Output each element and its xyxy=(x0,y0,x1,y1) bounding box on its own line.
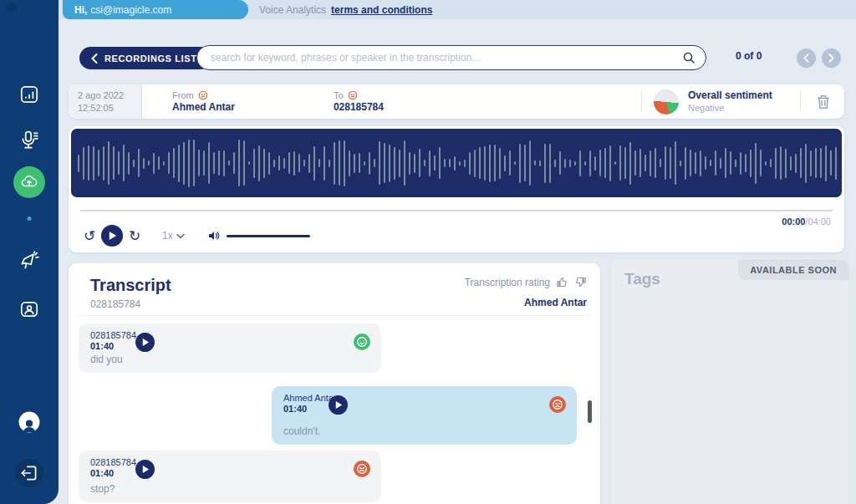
megaphone-icon xyxy=(18,251,40,272)
waveform-bar xyxy=(594,156,596,171)
waveform-bar xyxy=(619,145,621,181)
seek-bar[interactable] xyxy=(80,210,833,211)
waveform-bar xyxy=(670,147,671,179)
negative-sentiment-icon xyxy=(354,461,370,477)
message-play-button[interactable] xyxy=(135,333,155,352)
current-time: 00:00 xyxy=(782,216,805,227)
from-value: Ahmed Antar xyxy=(172,101,235,115)
volume-slider[interactable] xyxy=(227,235,310,237)
transcript-scrollbar[interactable] xyxy=(588,400,592,423)
waveform-bar xyxy=(805,144,807,183)
sidebar-item-analytics[interactable] xyxy=(18,84,40,105)
waveform-bar xyxy=(509,150,511,176)
waveform-bar xyxy=(288,152,290,174)
waveform-bar xyxy=(434,155,436,171)
speed-value: 1x xyxy=(162,230,173,242)
waveform-bar xyxy=(544,144,546,183)
waveform-bar xyxy=(680,160,681,166)
waveform-bar xyxy=(529,140,531,186)
waveform-bar xyxy=(213,152,215,174)
waveform-bar xyxy=(188,140,190,187)
waveform-bar xyxy=(248,161,250,165)
transcript-panel: Transcript 028185784 Transcription ratin… xyxy=(69,263,600,504)
waveform-bar xyxy=(519,144,521,183)
waveform-bar xyxy=(364,161,365,165)
waveform-bar xyxy=(660,159,661,167)
next-result-button[interactable] xyxy=(822,48,841,68)
waveform-bar xyxy=(449,159,451,167)
app-title-row: Voice Analytics terms and conditions xyxy=(259,0,432,19)
waveform-bar xyxy=(599,150,601,176)
sidebar-item-contacts[interactable] xyxy=(18,298,40,320)
message-play-button[interactable] xyxy=(329,395,348,415)
sidebar-item-logout[interactable] xyxy=(15,459,43,487)
waveform-bar xyxy=(324,146,325,181)
waveform-bar xyxy=(765,161,767,165)
bar-chart-icon xyxy=(18,84,40,105)
waveform-bar xyxy=(268,152,270,175)
waveform-bar xyxy=(198,150,200,176)
from-party: From Ahmed Antar xyxy=(172,89,235,115)
main-content: RECORDINGS LIST 0 of 0 2 ago 2022 12:52:… xyxy=(59,19,856,504)
previous-result-button[interactable] xyxy=(797,48,816,68)
negative-sentiment-icon xyxy=(549,396,566,413)
sidebar-item-announcements[interactable] xyxy=(18,251,40,272)
rewind-button[interactable]: ↺ xyxy=(80,227,99,245)
waveform-bar xyxy=(439,147,441,179)
waveform-bar xyxy=(624,147,626,179)
waveform-bar xyxy=(795,154,797,173)
waveform-bar xyxy=(690,150,691,176)
message-time: 01:40 xyxy=(90,468,114,478)
waveform-bar xyxy=(223,150,225,176)
message-speaker: 028185784 xyxy=(90,330,136,340)
waveform-bar xyxy=(584,161,586,165)
terms-and-conditions-link[interactable]: terms and conditions xyxy=(331,4,432,16)
waveform-bar xyxy=(564,159,566,168)
sentiment-pie-chart-icon xyxy=(654,89,679,115)
waveform-bar xyxy=(559,151,561,175)
sidebar-item-recordings[interactable] xyxy=(18,130,40,151)
waveform-bar xyxy=(138,149,140,177)
contact-card-icon xyxy=(18,298,40,320)
waveform-bar xyxy=(770,159,772,167)
sentiment-label: Overall sentiment xyxy=(688,89,787,103)
recordings-list-back-button[interactable]: RECORDINGS LIST xyxy=(79,47,211,69)
waveform-bar xyxy=(710,160,711,166)
play-icon xyxy=(142,339,150,346)
user-greeting-tab[interactable]: Hi, csi@imagicle.com xyxy=(63,0,248,19)
message-text: couldn't. xyxy=(283,425,320,437)
audio-player-card: 00:00/04:00 ↺ ↻ 1x xyxy=(69,126,844,252)
waveform-bar xyxy=(143,158,145,169)
thumbs-up-button[interactable] xyxy=(556,276,568,288)
negative-sentiment-icon xyxy=(198,90,208,100)
thumbs-down-button[interactable] xyxy=(574,276,587,288)
waveform-bar xyxy=(650,150,651,176)
waveform[interactable] xyxy=(71,129,842,197)
chevron-left-icon xyxy=(803,53,809,63)
transcript-title: Transcript xyxy=(90,276,171,295)
search-input[interactable] xyxy=(211,52,682,64)
forward-button[interactable]: ↻ xyxy=(125,227,144,245)
waveform-bar xyxy=(755,143,757,184)
waveform-bar xyxy=(128,152,130,175)
waveform-bar xyxy=(574,161,576,165)
avatar[interactable] xyxy=(9,402,49,442)
divider xyxy=(641,91,642,112)
play-button[interactable] xyxy=(101,225,123,247)
waveform-bar xyxy=(293,151,295,176)
waveform-bar xyxy=(695,152,696,174)
waveform-bar xyxy=(163,161,165,165)
message-play-button[interactable] xyxy=(135,460,155,479)
logout-icon xyxy=(18,462,40,484)
playback-speed-dropdown[interactable]: 1x xyxy=(162,230,185,242)
sidebar-item-upload[interactable] xyxy=(13,166,45,198)
sentiment-value: Negative xyxy=(688,102,787,114)
waveform-bar xyxy=(168,152,170,174)
waveform-bar xyxy=(725,148,726,178)
waveform-bar xyxy=(123,145,125,181)
search-icon[interactable] xyxy=(682,51,696,64)
waveform-bar xyxy=(810,150,812,176)
delete-recording-button[interactable] xyxy=(814,93,833,111)
volume-icon[interactable] xyxy=(206,228,222,243)
waveform-bar xyxy=(675,141,676,185)
